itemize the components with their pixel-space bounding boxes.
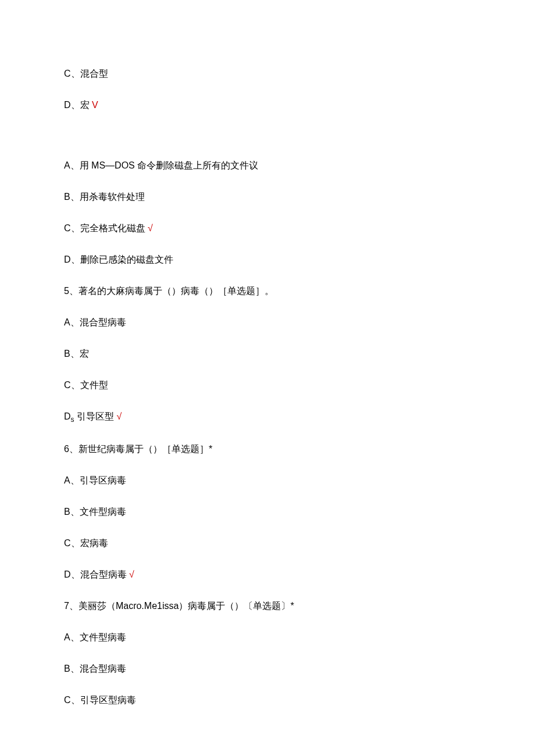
text-line: C、引导区型病毒 <box>64 693 471 707</box>
line-text: B、宏 <box>64 349 89 359</box>
text-line: C、完全格式化磁盘 √ <box>64 221 471 235</box>
line-text: C、宏病毒 <box>64 538 108 548</box>
line-text: B、用杀毒软件处理 <box>64 192 145 202</box>
correct-mark-icon: √ <box>114 411 122 421</box>
line-text: A、文件型病毒 <box>64 632 126 642</box>
text-line: D、宏 V <box>64 98 471 112</box>
correct-mark-icon: √ <box>127 569 134 579</box>
line-text: C、引导区型病毒 <box>64 695 136 705</box>
line-text: B、文件型病毒 <box>64 507 126 517</box>
text-line: B、混合型病毒 <box>64 662 471 676</box>
line-text: D、混合型病毒 <box>64 569 127 579</box>
line-text: A、用 MS—DOS 命令删除磁盘上所有的文件议 <box>64 160 258 170</box>
line-text: C、混合型 <box>64 69 108 78</box>
text-line: D、删除已感染的磁盘文件 <box>64 253 471 267</box>
text-line: B、文件型病毒 <box>64 505 471 519</box>
text-line: C、混合型 <box>64 67 471 81</box>
text-line: 6、新世纪病毒属于（）［单选题］* <box>64 442 471 456</box>
line-text-pre: D <box>64 411 71 421</box>
line-text: C、完全格式化磁盘 <box>64 223 145 233</box>
text-line: Ds 引导区型 √ <box>64 410 471 425</box>
line-text: 7、美丽莎（Macro.Me1issa）病毒属于（）〔单选题〕* <box>64 601 294 611</box>
text-line: 7、美丽莎（Macro.Me1issa）病毒属于（）〔单选题〕* <box>64 599 471 613</box>
text-line <box>64 130 471 141</box>
text-line: A、混合型病毒 <box>64 316 471 329</box>
text-line: A、文件型病毒 <box>64 630 471 644</box>
text-line: A、用 MS—DOS 命令删除磁盘上所有的文件议 <box>64 159 471 173</box>
text-line: D、混合型病毒 √ <box>64 568 471 582</box>
line-text: B、混合型病毒 <box>64 664 126 673</box>
text-line: A、引导区病毒 <box>64 474 471 488</box>
line-text: D、删除已感染的磁盘文件 <box>64 255 173 264</box>
correct-mark-icon: V <box>90 100 98 110</box>
line-text: C、文件型 <box>64 380 108 390</box>
line-text: 5、著名的大麻病毒属于（）病毒（）［单选题］。 <box>64 286 274 296</box>
line-text: 6、新世纪病毒属于（）［单选题］* <box>64 444 212 454</box>
line-text: A、引导区病毒 <box>64 475 126 485</box>
text-line: 5、著名的大麻病毒属于（）病毒（）［单选题］。 <box>64 284 471 298</box>
correct-mark-icon: √ <box>145 223 153 233</box>
text-line: B、用杀毒软件处理 <box>64 190 471 204</box>
text-line: B、宏 <box>64 347 471 361</box>
line-text: D、宏 <box>64 100 90 110</box>
text-line: C、宏病毒 <box>64 536 471 550</box>
line-text-post: 引导区型 <box>74 411 114 421</box>
line-text: A、混合型病毒 <box>64 317 126 327</box>
text-line: C、文件型 <box>64 378 471 392</box>
